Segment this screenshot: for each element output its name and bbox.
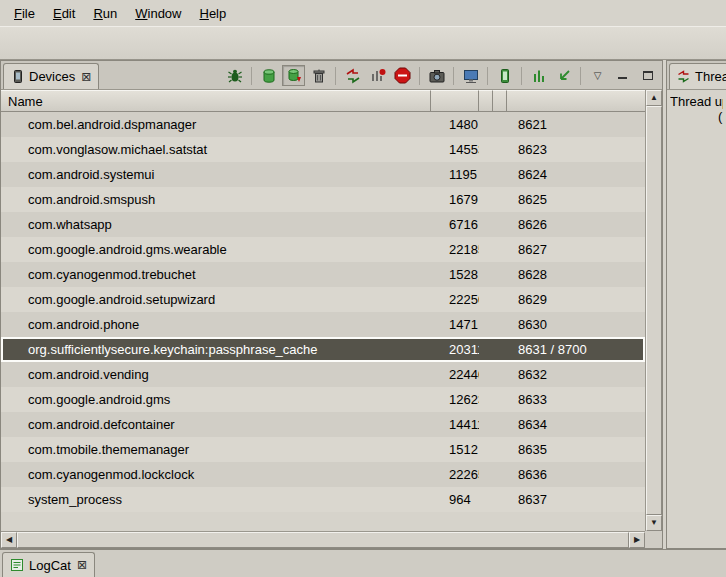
toolbar-separator: [487, 67, 488, 85]
threads-message-line1: Thread up: [670, 94, 723, 109]
menubar: FileEditRunWindowHelp: [0, 0, 726, 26]
toolbar-separator: [419, 67, 420, 85]
capture-system-trace-icon[interactable]: [459, 65, 482, 86]
tab-logcat-label: LogCat: [29, 558, 71, 573]
devices-table-inner: Name com.bel.android.dspmanager 1480 862…: [1, 90, 645, 531]
process-name: com.android.vending: [1, 367, 431, 382]
table-row[interactable]: com.android.defcontainer 14411 8634: [1, 412, 645, 437]
stop-process-icon[interactable]: [391, 65, 414, 86]
scroll-up-icon[interactable]: ▲: [646, 90, 662, 106]
menu-window[interactable]: Window: [126, 3, 190, 24]
process-name: com.whatsapp: [1, 217, 431, 232]
scroll-right-icon[interactable]: ▶: [629, 532, 645, 548]
close-icon[interactable]: ⊠: [81, 70, 91, 84]
process-port: 8621: [507, 117, 645, 132]
table-row[interactable]: com.whatsapp 6716 8626: [1, 212, 645, 237]
menu-run[interactable]: Run: [84, 3, 126, 24]
scroll-left-icon[interactable]: ◀: [1, 532, 17, 548]
view-menu-icon[interactable]: ▽: [586, 65, 609, 86]
tab-threads[interactable]: Threads: [669, 63, 726, 89]
tab-logcat[interactable]: LogCat ⊠: [2, 552, 95, 577]
table-row[interactable]: system_process 964 8637: [1, 487, 645, 512]
column-header-spacer[interactable]: [493, 90, 507, 112]
horizontal-scrollbar[interactable]: ◀ ▶: [1, 531, 645, 548]
table-row[interactable]: com.android.smspush 1679 8625: [1, 187, 645, 212]
menu-file[interactable]: File: [5, 3, 44, 24]
network-stats-icon[interactable]: [527, 65, 550, 86]
process-name: org.sufficientlysecure.keychain:passphra…: [1, 342, 431, 357]
close-icon[interactable]: ⊠: [77, 558, 87, 572]
process-name: com.tmobile.thememanager: [1, 442, 431, 457]
update-threads-icon[interactable]: [341, 65, 364, 86]
process-pid: 1679: [431, 192, 479, 207]
process-port: 8637: [507, 492, 645, 507]
process-pid: 20311: [431, 342, 479, 357]
process-port: 8627: [507, 242, 645, 257]
scroll-down-icon[interactable]: ▼: [646, 515, 662, 531]
process-pid: 14553: [431, 142, 479, 157]
toolbar-separator: [521, 67, 522, 85]
process-pid: 6716: [431, 217, 479, 232]
process-pid: 14411: [431, 417, 479, 432]
device-report-icon[interactable]: [493, 65, 516, 86]
table-row[interactable]: com.tmobile.thememanager 1512 8635: [1, 437, 645, 462]
table-row[interactable]: com.bel.android.dspmanager 1480 8621: [1, 112, 645, 137]
debug-process-icon[interactable]: [223, 65, 246, 86]
minimize-icon[interactable]: [611, 65, 634, 86]
devices-panel: Devices ⊠: [0, 60, 663, 549]
table-row[interactable]: com.google.android.gms.wearable 22185 86…: [1, 237, 645, 262]
process-name: com.android.smspush: [1, 192, 431, 207]
toolbar-separator: [453, 67, 454, 85]
table-row[interactable]: com.android.phone 1471 8630: [1, 312, 645, 337]
threads-panel: Threads Thread up (: [666, 60, 726, 549]
start-method-profiling-icon[interactable]: [366, 65, 389, 86]
vertical-scrollbar[interactable]: ▲ ▼: [645, 90, 662, 531]
menu-help[interactable]: Help: [190, 3, 235, 24]
toolbar-separator: [580, 67, 581, 85]
process-pid: 22265: [431, 467, 479, 482]
device-icon: [11, 70, 24, 83]
dump-hprof-icon[interactable]: [282, 65, 305, 86]
tab-devices[interactable]: Devices ⊠: [3, 63, 99, 89]
table-row[interactable]: com.cyanogenmod.trebuchet 1528 8628: [1, 262, 645, 287]
bottom-bar: LogCat ⊠: [0, 549, 726, 577]
process-port: 8634: [507, 417, 645, 432]
table-row[interactable]: com.vonglasow.michael.satstat 14553 8623: [1, 137, 645, 162]
vertical-scrollbar-thumb[interactable]: [646, 106, 662, 515]
table-row[interactable]: org.sufficientlysecure.keychain:passphra…: [1, 337, 645, 362]
column-header-port[interactable]: [507, 90, 645, 112]
process-name: com.google.android.gms: [1, 392, 431, 407]
column-header-pid[interactable]: [431, 90, 479, 112]
column-header-spacer[interactable]: [479, 90, 493, 112]
process-name: com.google.android.gms.wearable: [1, 242, 431, 257]
toolbar-separator: [335, 67, 336, 85]
ddms-window: FileEditRunWindowHelp Devices ⊠: [0, 0, 726, 577]
table-row[interactable]: com.google.android.gms 12623 8633: [1, 387, 645, 412]
menu-edit[interactable]: Edit: [44, 3, 84, 24]
screen-capture-icon[interactable]: [425, 65, 448, 86]
horizontal-scrollbar-thumb[interactable]: [17, 532, 629, 548]
process-pid: 1195: [431, 167, 479, 182]
table-row[interactable]: com.google.android.setupwizard 22250 862…: [1, 287, 645, 312]
process-port: 8632: [507, 367, 645, 382]
devices-table: Name com.bel.android.dspmanager 1480 862…: [1, 90, 662, 548]
table-row[interactable]: com.android.systemui 1195 8624: [1, 162, 645, 187]
process-name: com.bel.android.dspmanager: [1, 117, 431, 132]
process-pid: 1471: [431, 317, 479, 332]
maximize-icon[interactable]: [636, 65, 659, 86]
table-row[interactable]: com.android.vending 22440 8632: [1, 362, 645, 387]
update-heap-icon[interactable]: [257, 65, 280, 86]
process-port: 8623: [507, 142, 645, 157]
table-row[interactable]: com.cyanogenmod.lockclock 22265 8636: [1, 462, 645, 487]
toolbar-separator: [251, 67, 252, 85]
process-name: com.vonglasow.michael.satstat: [1, 142, 431, 157]
logcat-icon: [10, 558, 24, 572]
devices-panel-header: Devices ⊠: [1, 61, 662, 90]
chevron-down-icon: ▽: [594, 71, 602, 81]
network-arrow-icon[interactable]: [552, 65, 575, 86]
cause-gc-icon[interactable]: [307, 65, 330, 86]
process-port: 8624: [507, 167, 645, 182]
main-area: Devices ⊠: [0, 60, 726, 549]
column-header-name[interactable]: Name: [1, 90, 431, 112]
process-pid: 22440: [431, 367, 479, 382]
